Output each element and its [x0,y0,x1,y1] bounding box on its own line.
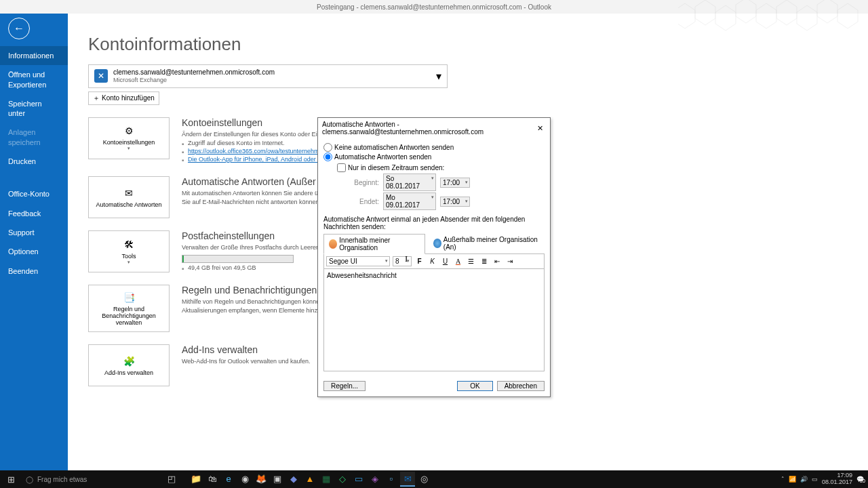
svg-marker-4 [756,3,776,28]
bold-button[interactable]: F [414,256,425,266]
sidebar-item-office-konto[interactable]: Office-Konto [0,184,68,203]
app-generic1[interactable]: ◆ [286,472,301,487]
app-generic4[interactable]: ▭ [351,472,366,487]
add-account-button[interactable]: ＋ Konto hinzufügen [88,92,159,105]
fontsize-select[interactable]: 8▾ [393,256,412,266]
end-label: Endet: [347,198,379,205]
svg-marker-7 [817,0,837,23]
app-edge[interactable]: e [221,472,236,487]
app-firefox[interactable]: 🦊 [254,472,269,487]
begin-date-select[interactable]: So 08.01.2017▾ [383,174,436,191]
card-label: Regeln und Benachrichtigungen verwalten [92,306,166,326]
account-selector[interactable]: ✕ clemens.sanwald@testunternehmen.onmicr… [88,64,448,88]
begin-label: Beginnt: [347,179,379,186]
outdent-button[interactable]: ⇤ [492,256,502,266]
app-generic3[interactable]: ◇ [335,472,350,487]
org-icon [329,239,337,249]
sidebar-item-feedback[interactable]: Feedback [0,204,68,223]
tray-up-icon[interactable]: ˄ [781,476,785,483]
font-color-button[interactable]: A [453,256,463,266]
sidebar-item-anlagen: Anlagen speichern [0,123,68,152]
back-button[interactable] [8,18,30,39]
taskbar-search[interactable]: ◯ Frag mich etwas [22,476,164,483]
ok-button[interactable]: OK [457,381,492,391]
card-auto-replies[interactable]: ✉ Automatische Antworten [88,176,170,218]
taskview-icon[interactable]: ◰ [164,472,179,487]
app-terminal[interactable]: ▣ [270,472,285,487]
card-addins[interactable]: 🧩 Add-Ins verwalten [88,344,170,386]
card-label: Kontoeinstellungen [103,139,155,146]
app-generic6[interactable]: ▫ [384,472,399,487]
tab-outside-org[interactable]: Außerhalb meiner Organisation (An) [428,233,545,253]
card-tools[interactable]: 🛠 Tools ▾ [88,230,170,272]
tray-network-icon[interactable]: 📶 [789,476,796,483]
section-desc: Web-Add-Ins für Outlook verwalten und ka… [182,357,310,366]
svg-marker-2 [715,5,736,30]
radio-label: Keine automatischen Antworten senden [334,144,454,151]
font-select[interactable]: Segoe UI▾ [326,256,390,266]
caret-icon: ▾ [127,260,130,265]
addins-icon: 🧩 [121,355,136,367]
add-account-label: Konto hinzufügen [102,94,155,102]
svg-marker-8 [837,3,858,28]
sidebar-item-speichern[interactable]: Speichern unter [0,94,68,123]
radio-label: Automatische Antworten senden [334,153,431,161]
check-label: Nur in diesem Zeitraum senden: [348,164,444,171]
app-outlook[interactable]: ✉ [400,472,415,487]
italic-button[interactable]: K [427,256,437,266]
sidebar-item-oeffnen[interactable]: Öffnen und Exportieren [0,65,68,94]
rules-button[interactable]: Regeln... [323,381,366,391]
end-time-select[interactable]: 17:00▾ [440,197,470,207]
tray-lang-icon[interactable]: ▭ [812,476,818,483]
caret-icon: ▾ [127,146,130,151]
cancel-button[interactable]: Abbrechen [497,381,545,391]
card-rules[interactable]: 📑 Regeln und Benachrichtigungen verwalte… [88,285,170,332]
radio-send-autoreply[interactable]: Automatische Antworten senden [323,152,545,161]
sidebar-item-informationen[interactable]: Informationen [0,46,68,65]
tools-icon: 🛠 [121,239,136,251]
app-generic5[interactable]: ◈ [368,472,382,487]
storage-bar [182,255,294,263]
app-chrome[interactable]: ◉ [237,472,252,487]
app-obs[interactable]: ◎ [416,472,431,487]
card-label: Automatische Antworten [96,201,161,208]
close-icon[interactable]: ✕ [534,124,546,133]
radio-no-autoreply[interactable]: Keine automatischen Antworten senden [323,143,545,152]
bullet-list-button[interactable]: ☰ [466,256,476,266]
taskbar-clock[interactable]: 17:09 08.01.2017 [822,472,852,486]
app-store[interactable]: 🛍 [205,472,220,487]
sidebar-item-beenden[interactable]: Beenden [0,262,68,281]
sidebar-item-drucken[interactable]: Drucken [0,152,68,171]
dialog-title: Automatische Antworten - clemens.sanwald… [322,121,534,136]
cortana-icon: ◯ [26,476,33,483]
app-explorer[interactable]: 📁 [189,472,203,487]
exchange-icon: ✕ [94,69,108,83]
app-generic2[interactable]: ▲ [302,472,317,487]
start-button[interactable]: ⊞ [0,474,22,485]
end-date-select[interactable]: Mo 09.01.2017▾ [383,192,436,210]
tray-volume-icon[interactable]: 🔊 [800,476,808,483]
checkbox-timerange[interactable]: Nur in diesem Zeitraum senden: [337,163,545,172]
account-type: Microsoft Exchange [113,77,275,85]
reply-body-editor[interactable]: Abwesenheitsnachricht [323,268,545,371]
indent-button[interactable]: ⇥ [505,256,515,266]
svg-marker-0 [678,3,695,28]
underline-button[interactable]: U [440,256,450,266]
sidebar-item-support[interactable]: Support [0,223,68,242]
card-account-settings[interactable]: ⚙ Kontoeinstellungen ▾ [88,117,170,159]
tab-label: Innerhalb meiner Organisation [339,237,419,251]
number-list-button[interactable]: ≣ [479,256,489,266]
bullet-text: Zugriff auf dieses Konto im Internet. [188,140,284,146]
sidebar-item-optionen[interactable]: Optionen [0,242,68,261]
link-owa[interactable]: https://outlook.office365.com/owa/testun… [188,148,339,155]
notification-icon[interactable]: 💬20 [856,476,864,483]
account-email: clemens.sanwald@testunternehmen.onmicros… [113,68,275,77]
card-label: Tools [121,253,136,260]
tab-inside-org[interactable]: Innerhalb meiner Organisation [323,234,425,254]
svg-marker-3 [736,0,756,23]
plus-icon: ＋ [93,94,100,103]
window-title: Posteingang - clemens.sanwald@testuntern… [317,3,551,11]
window-titlebar: Posteingang - clemens.sanwald@testuntern… [0,0,868,14]
app-excel[interactable]: ▦ [319,472,334,487]
begin-time-select[interactable]: 17:00▾ [440,178,470,188]
